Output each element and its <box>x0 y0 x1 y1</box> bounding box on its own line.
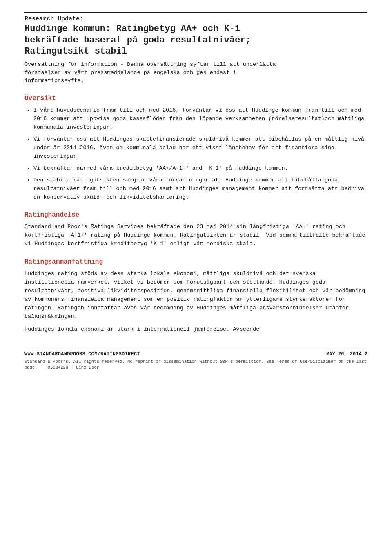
ratinghandelse-section: Ratinghändelse Standard and Poor's Ratin… <box>24 211 368 248</box>
bullet-item-3: Vi bekräftar därmed våra kreditbetyg 'AA… <box>33 164 368 173</box>
footer-website: WWW.STANDARDANDPOORS.COM/RATINGSDIRECT <box>24 351 140 357</box>
top-rule <box>24 12 368 13</box>
oversikt-bullet-list: I vårt huvudscenario fram till och med 2… <box>24 106 368 201</box>
ratingsammanfattning-section: Ratingsammanfattning Huddinges rating st… <box>24 258 368 333</box>
header-title: Huddinge kommun: Ratingbetyg AA+ och K-1… <box>24 23 368 57</box>
ratingsammanfattning-para-1: Huddinges rating stöds av dess starka lo… <box>24 270 368 321</box>
ratinghandelse-text: Standard and Poor's Ratings Services bek… <box>24 223 368 248</box>
bullet-item-4: Den stabila ratingutsikten speglar våra … <box>33 176 368 202</box>
footer-bar: WWW.STANDARDANDPOORS.COM/RATINGSDIRECT M… <box>24 349 368 357</box>
oversikt-section: Översikt I vårt huvudscenario fram till … <box>24 95 368 201</box>
footer-note: Standard & Poor's. All rights reserved. … <box>24 359 368 371</box>
bullet-item-2: Vi förväntar oss att Huddinges skattefin… <box>33 135 368 161</box>
header-subtitle: Översättning för information - Denna öve… <box>24 60 368 85</box>
footer-date-page: MAY 26, 2014 2 <box>326 351 368 357</box>
ratingsammanfattning-para-2: Huddinges lokala ekonomi är stark i inte… <box>24 325 368 334</box>
ratingsammanfattning-heading: Ratingsammanfattning <box>24 258 368 266</box>
bullet-item-1: I vårt huvudscenario fram till och med 2… <box>33 106 368 132</box>
ratinghandelse-heading: Ratinghändelse <box>24 211 368 219</box>
oversikt-heading: Översikt <box>24 95 368 102</box>
header-research: Research Update: <box>24 16 368 22</box>
